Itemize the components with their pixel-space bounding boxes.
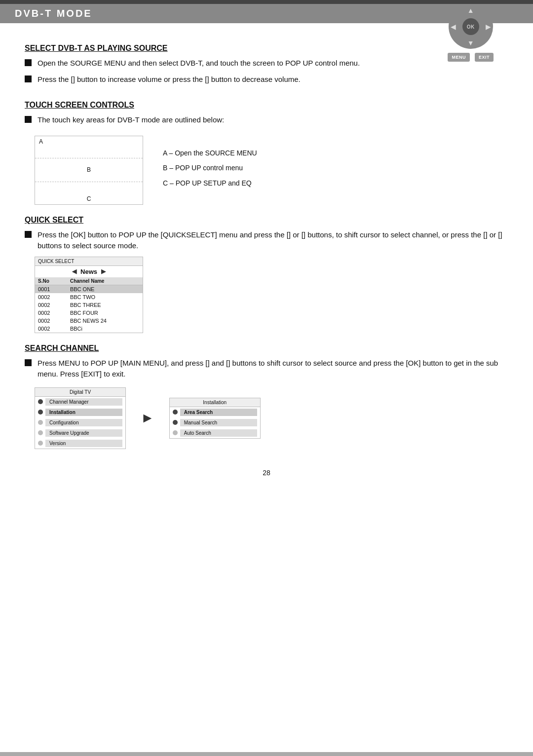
qs-nav-right-icon[interactable]: ▶ bbox=[101, 268, 106, 275]
channel-table: S.No Channel Name 0001BBC ONE0002BBC TWO… bbox=[35, 277, 143, 333]
touch-diagram: A B C bbox=[35, 136, 143, 205]
table-row: 0001BBC ONE bbox=[35, 285, 143, 293]
quick-select-text: Press the [OK] button to POP UP the [QUI… bbox=[38, 229, 508, 252]
touch-labels: A – Open the SOURCE MENU B – POP UP cont… bbox=[163, 146, 257, 191]
section-select-dvbt: ▲ ▼ ◀ ▶ OK MENU EXIT SELECT DVB-T AS PLA… bbox=[25, 44, 508, 90]
bullet-text-1: Open the SOURGE MENU and then select DVB… bbox=[38, 58, 448, 69]
exit-button[interactable]: EXIT bbox=[475, 53, 494, 62]
menu-item-label[interactable]: Manual Search bbox=[180, 419, 257, 426]
arrow-right-icon: ► bbox=[141, 410, 154, 426]
page-number: 28 bbox=[25, 469, 508, 477]
menu-digital-tv: Digital TV Channel ManagerInstallationCo… bbox=[35, 387, 126, 449]
section-select-dvbt-title: SELECT DVB-T AS PLAYING SOURCE bbox=[25, 44, 508, 53]
menu-installation: Installation Area SearchManual SearchAut… bbox=[169, 398, 261, 439]
top-bar bbox=[0, 0, 533, 4]
qs-nav-left-icon[interactable]: ◀ bbox=[72, 268, 76, 275]
menu-item-label[interactable]: Version bbox=[45, 440, 122, 447]
menu-item-label[interactable]: Installation bbox=[45, 409, 122, 416]
bullet-icon-2 bbox=[25, 76, 32, 82]
menu-item-label[interactable]: Software Upgrade bbox=[45, 429, 122, 437]
menu-dot-icon bbox=[173, 420, 178, 425]
list-item: Manual Search bbox=[170, 417, 260, 428]
search-channel-title: SEARCH CHANNEL bbox=[25, 344, 508, 353]
menu-item-label[interactable]: Auto Search bbox=[180, 429, 257, 437]
list-item: Area Search bbox=[170, 407, 260, 417]
bullet-icon-4 bbox=[25, 231, 32, 238]
touch-screen-title: TOUCH SCREEN CONTROLS bbox=[25, 101, 508, 110]
table-row: 0002BBC NEWS 24 bbox=[35, 317, 143, 325]
dpad-down-icon: ▼ bbox=[467, 39, 474, 47]
touch-label-b: B – POP UP control menu bbox=[163, 160, 257, 176]
qs-nav-label: News bbox=[80, 268, 97, 275]
menu-item-label[interactable]: Configuration bbox=[45, 419, 122, 426]
dpad-left-icon: ◀ bbox=[451, 23, 456, 31]
quick-select-bullet: Press the [OK] button to POP UP the [QUI… bbox=[25, 229, 508, 252]
menu-dot-icon bbox=[173, 430, 178, 435]
menu-dot-icon bbox=[173, 410, 178, 415]
quick-select-title: QUICK SELECT bbox=[25, 216, 508, 225]
list-item: Installation bbox=[35, 407, 125, 417]
menu-dot-icon bbox=[38, 430, 43, 435]
list-item: Software Upgrade bbox=[35, 428, 125, 438]
bullet-icon-1 bbox=[25, 59, 32, 66]
dpad-right-icon: ▶ bbox=[486, 23, 491, 31]
bullet-item-2: Press the [] button to increase volume o… bbox=[25, 74, 508, 85]
menu-dot-icon bbox=[38, 420, 43, 425]
list-item: Auto Search bbox=[170, 428, 260, 438]
col-sno: S.No bbox=[35, 277, 67, 285]
menu-item-label[interactable]: Channel Manager bbox=[45, 398, 122, 406]
search-menus: Digital TV Channel ManagerInstallationCo… bbox=[35, 387, 508, 449]
zone-c: C bbox=[35, 182, 143, 204]
bullet-icon-3 bbox=[25, 116, 32, 123]
menu1-title: Digital TV bbox=[35, 388, 125, 397]
touch-screen-intro-item: The touch key areas for DVB-T mode are o… bbox=[25, 114, 508, 126]
table-row: 0002BBC THREE bbox=[35, 301, 143, 309]
section-touch-screen: TOUCH SCREEN CONTROLS The touch key area… bbox=[25, 101, 508, 205]
dpad: ▲ ▼ ◀ ▶ OK bbox=[449, 4, 493, 49]
dpad-ok-label: OK bbox=[462, 18, 479, 35]
menu-dot-icon bbox=[38, 399, 43, 404]
quick-select-table: QUICK SELECT ◀ News ▶ S.No Channel Name … bbox=[35, 257, 143, 333]
list-item: Channel Manager bbox=[35, 397, 125, 407]
section-quick-select: QUICK SELECT Press the [OK] button to PO… bbox=[25, 216, 508, 333]
search-channel-text: Press MENU to POP UP [MAIN MENU], and pr… bbox=[38, 358, 508, 380]
table-row: 0002BBCi bbox=[35, 325, 143, 333]
remote-graphic: ▲ ▼ ◀ ▶ OK MENU EXIT bbox=[448, 4, 494, 62]
search-channel-bullet: Press MENU to POP UP [MAIN MENU], and pr… bbox=[25, 358, 508, 380]
touch-screen-intro: The touch key areas for DVB-T mode are o… bbox=[38, 114, 508, 126]
bullet-item-1: Open the SOURGE MENU and then select DVB… bbox=[25, 58, 448, 69]
dpad-up-icon: ▲ bbox=[467, 6, 474, 14]
table-row: 0002BBC FOUR bbox=[35, 309, 143, 317]
bottom-bar bbox=[0, 752, 533, 756]
touch-label-a: A – Open the SOURCE MENU bbox=[163, 146, 257, 161]
bullet-icon-5 bbox=[25, 359, 32, 366]
menu-button[interactable]: MENU bbox=[448, 53, 470, 62]
zone-b: B bbox=[35, 158, 143, 182]
menu-dot-icon bbox=[38, 441, 43, 446]
page-title: DVB-T MODE bbox=[15, 8, 518, 19]
section-search-channel: SEARCH CHANNEL Press MENU to POP UP [MAI… bbox=[25, 344, 508, 449]
qs-nav: ◀ News ▶ bbox=[35, 266, 143, 277]
list-item: Version bbox=[35, 438, 125, 449]
remote-buttons: MENU EXIT bbox=[448, 53, 494, 62]
col-channel-name: Channel Name bbox=[67, 277, 143, 285]
bullet-text-2: Press the [] button to increase volume o… bbox=[38, 74, 508, 85]
table-row: 0002BBC TWO bbox=[35, 293, 143, 301]
menu-dot-icon bbox=[38, 410, 43, 415]
qs-title: QUICK SELECT bbox=[35, 257, 143, 266]
zone-a: A bbox=[35, 136, 143, 159]
touch-label-c: C – POP UP SETUP and EQ bbox=[163, 176, 257, 191]
menu-item-label[interactable]: Area Search bbox=[180, 409, 257, 416]
list-item: Configuration bbox=[35, 417, 125, 428]
menu2-title: Installation bbox=[170, 398, 260, 407]
